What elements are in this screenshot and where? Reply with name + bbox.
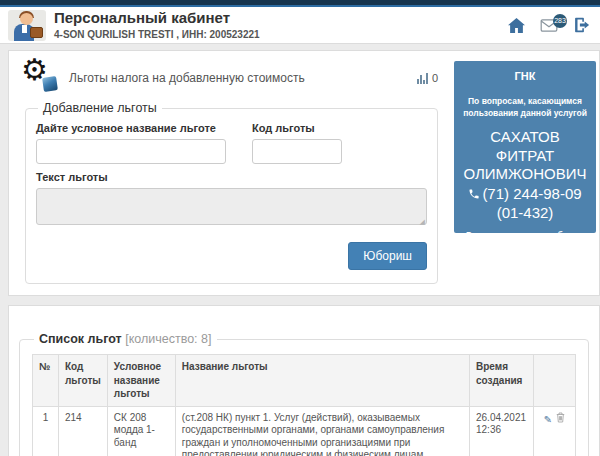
benefits-count: [количество: 8] [125,332,211,346]
page-header: Персональный кабинет 4-SON QURILISH TRES… [0,7,600,44]
table-row: 1 214 СК 208 модда 1-банд (ст.208 НК) пу… [33,406,576,456]
benefit-text-label: Текст льготы [36,171,427,183]
cell-number: 1 [33,406,59,456]
table-header-row: № Код льготы Условное название льготы На… [33,355,576,407]
col-number: № [33,355,59,407]
contact-name: САХАТОВ ФИТРАТ ОЛИМЖОНОВИЧ [462,128,588,184]
add-benefit-legend: Добавление льготы [38,101,162,115]
benefits-list-fieldset: Список льгот [количество: 8] № Код льгот… [19,332,589,456]
benefit-code-label: Код льготы [252,122,342,134]
company-inn-subtitle: 4-SON QURILISH TRESTI , ИНН: 200523221 [54,29,508,40]
vat-service-icon: ⚙ [19,57,65,99]
col-actions [534,355,576,407]
col-code: Код льготы [59,355,108,407]
benefits-list-card: Список льгот [количество: 8] № Код льгот… [8,305,600,456]
cell-name: (ст.208 НК) пункт 1. Услуг (действий), о… [175,406,469,456]
add-benefit-fieldset: Добавление льготы Дайте условное названи… [25,101,438,284]
submit-button[interactable]: Юбориш [348,242,427,270]
phone-icon [468,188,480,200]
benefit-code-input[interactable] [252,139,342,164]
card-title: Льготы налога на добавленную стоимость [65,71,417,85]
gnk-info-panel: ГНК По вопросам, касающимся пользования … [454,61,596,233]
mail-badge: 283 [553,14,567,28]
edit-icon[interactable]: ✎ [544,414,552,425]
stats-counter: 0 [417,73,438,84]
gnk-panel-note: По вопросам, касающимся пользования данн… [462,96,588,120]
page-title: Персональный кабинет [54,10,508,27]
bar-chart-icon [417,73,428,84]
logout-icon[interactable] [573,17,590,33]
contact-phone: (71) 244-98-09 (01-432) [462,185,588,223]
benefit-text-area[interactable] [36,188,427,225]
benefit-name-label: Дайте условное название льготе [36,122,226,134]
benefits-table: № Код льготы Условное название льготы На… [32,354,576,456]
top-accent-bar [0,0,600,7]
mail-icon[interactable]: 283 [540,19,558,32]
trash-icon[interactable] [556,414,565,425]
home-icon[interactable] [508,18,525,33]
gnk-panel-title: ГНК [462,70,588,82]
col-short-name: Условное название льготы [107,355,175,407]
contact-department: Ресурс солиқлари ва бошқа тушумлар бўлим… [462,230,588,266]
cell-code: 214 [59,406,108,456]
cell-created: 26.04.2021 12:36 [470,406,534,456]
user-avatar [8,10,46,41]
cube-icon [42,76,58,92]
benefits-list-legend: Список льгот [количество: 8] [34,332,217,346]
cell-short-name: СК 208 модда 1-банд [107,406,175,456]
cell-actions: ✎ [534,406,576,456]
contact-phone-number: (71) 244-98-09 (01-432) [482,185,581,221]
stats-count: 0 [432,73,438,84]
vat-benefits-card: ⚙ Льготы налога на добавленную стоимость… [8,50,600,296]
benefit-name-input[interactable] [36,139,226,164]
col-created: Время создания [470,355,534,407]
col-name: Название льготы [175,355,469,407]
